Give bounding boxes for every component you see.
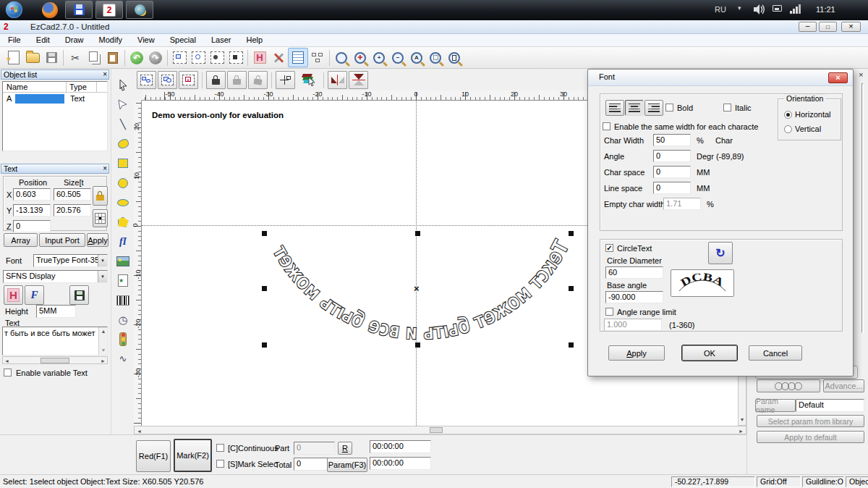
clock[interactable]: 11:21	[816, 5, 835, 14]
align-left-button[interactable]	[605, 100, 624, 116]
z-position-field[interactable]: 0	[13, 220, 51, 232]
copy-button[interactable]	[85, 49, 103, 67]
font-name-select[interactable]: SFNS Display ▼	[3, 270, 108, 283]
x-position-field[interactable]: 0.603	[13, 188, 51, 201]
selection-handle[interactable]	[415, 231, 420, 236]
circle-text-preview-button[interactable]: DCBA	[671, 269, 734, 297]
column-header-type[interactable]: Type	[67, 82, 97, 92]
height-field[interactable]: 5MM	[36, 305, 76, 318]
select-tool[interactable]	[114, 75, 132, 95]
barcode-tool[interactable]	[114, 290, 132, 310]
y-size-field[interactable]: 20.576	[54, 204, 91, 216]
select-param-button[interactable]: Select param from library	[757, 415, 864, 427]
bold-checkbox[interactable]	[665, 104, 673, 112]
selection-handle[interactable]	[569, 286, 574, 291]
zoom-selection-button[interactable]	[426, 49, 445, 67]
save-button[interactable]	[42, 49, 61, 67]
align-right-button[interactable]	[644, 100, 663, 116]
apply-default-button[interactable]: Apply to default	[757, 431, 864, 443]
r-button[interactable]: R	[338, 442, 352, 455]
dialog-cancel-button[interactable]: Cancel	[749, 345, 802, 361]
y-position-field[interactable]: -13.139	[13, 204, 51, 216]
ungroup-button[interactable]: ×	[179, 71, 198, 89]
circle-text-checkbox[interactable]: ✓	[605, 244, 613, 252]
taskbar-app-save[interactable]	[65, 1, 93, 19]
object-row[interactable]: A Text	[3, 93, 107, 105]
param-button[interactable]: Param(F3)	[327, 458, 367, 472]
apply-button[interactable]: Apply	[87, 233, 109, 247]
rotate-preview-button[interactable]: ↻	[708, 242, 733, 264]
menu-view[interactable]: View	[131, 34, 161, 46]
origin-button[interactable]	[276, 71, 295, 89]
selection-handle[interactable]	[262, 286, 267, 291]
mirror-horizontal-button[interactable]	[328, 71, 347, 89]
part-field[interactable]: 0	[294, 442, 335, 455]
selection-handle[interactable]	[415, 342, 420, 348]
volume-icon[interactable]	[754, 4, 766, 16]
selection-handle[interactable]	[569, 342, 574, 348]
tools-button[interactable]	[269, 49, 288, 67]
object-list-close-icon[interactable]: ×	[103, 70, 107, 79]
line-space-field[interactable]: 0	[653, 182, 691, 194]
menu-laser[interactable]: Laser	[205, 34, 238, 46]
start-button[interactable]	[6, 1, 22, 18]
anchor-grid-button[interactable]	[93, 209, 108, 227]
canvas-hscrollbar[interactable]: ◄ ►	[134, 426, 746, 434]
horizontal-radio[interactable]	[784, 111, 792, 119]
group-circle-button[interactable]	[158, 71, 177, 89]
zoom-page-button[interactable]	[445, 49, 464, 67]
status-object-toggle[interactable]: Object:Off	[846, 476, 868, 487]
param-name-field[interactable]: Default	[796, 399, 864, 412]
base-angle-field[interactable]: -90.000	[605, 291, 663, 303]
node-delete-button[interactable]	[226, 49, 245, 67]
text-panel-header[interactable]: Text ×	[1, 164, 109, 174]
text-content-area[interactable]: т быть и все быть может ▲ ▼	[2, 327, 108, 356]
dropdown-icon[interactable]: ▼	[98, 255, 107, 266]
vertical-radio[interactable]	[784, 125, 792, 133]
close-button[interactable]: ×	[841, 22, 861, 32]
status-grid-toggle[interactable]: Grid:Off	[757, 476, 801, 487]
aspect-lock-button[interactable]	[93, 186, 108, 206]
rings-button[interactable]	[757, 379, 820, 392]
group-button[interactable]	[137, 71, 156, 89]
text-area-hscroll[interactable]: ◄ ►	[2, 356, 108, 364]
input-port-button[interactable]: Input Port	[39, 233, 85, 247]
align-center-button[interactable]	[625, 100, 644, 116]
dialog-apply-button[interactable]: Apply	[608, 345, 665, 361]
array-button[interactable]: Array	[4, 233, 38, 247]
bitmap-tool[interactable]	[114, 251, 132, 271]
red-button[interactable]: Red(F1)	[136, 440, 171, 472]
maximize-button[interactable]: □	[819, 22, 837, 32]
column-header-name[interactable]: Name	[3, 82, 67, 92]
open-button[interactable]	[23, 49, 42, 67]
menu-file[interactable]: File	[1, 34, 27, 46]
redo-button[interactable]: ↷	[146, 49, 165, 67]
menu-special[interactable]: Special	[163, 34, 203, 46]
cut-button[interactable]: ✂	[66, 49, 85, 67]
minimize-button[interactable]: –	[799, 22, 817, 32]
undo-button[interactable]: ↶	[127, 49, 146, 67]
text-hatch-button[interactable]: H	[4, 285, 23, 305]
angle-range-checkbox[interactable]	[605, 308, 613, 316]
vector-file-tool[interactable]: ★	[114, 271, 132, 290]
lock-button[interactable]	[206, 71, 226, 89]
language-indicator[interactable]: RU	[715, 5, 726, 14]
continuous-checkbox[interactable]	[216, 444, 224, 452]
node-select-button[interactable]	[170, 49, 189, 67]
zoom-in-button[interactable]: +	[370, 49, 388, 67]
advance-button[interactable]: Advance...	[823, 379, 864, 392]
line-tool[interactable]: ╲	[114, 114, 132, 134]
char-width-field[interactable]: 50	[653, 134, 691, 146]
dialog-ok-button[interactable]: OK	[682, 345, 737, 361]
zoom-out-button[interactable]: −	[388, 49, 407, 67]
new-button[interactable]: ★	[4, 49, 23, 67]
layer-color-button[interactable]	[298, 71, 320, 89]
paste-button[interactable]	[103, 49, 122, 67]
x-size-field[interactable]: 60.505	[54, 188, 91, 201]
tray-chevron-icon[interactable]: ▾	[738, 4, 741, 12]
ellipse-tool[interactable]	[114, 193, 132, 212]
curve-tool[interactable]	[114, 134, 132, 153]
delay-tool[interactable]: ◷	[114, 310, 132, 329]
taskbar-app-other[interactable]	[126, 1, 153, 19]
selection-handle[interactable]	[262, 342, 267, 348]
